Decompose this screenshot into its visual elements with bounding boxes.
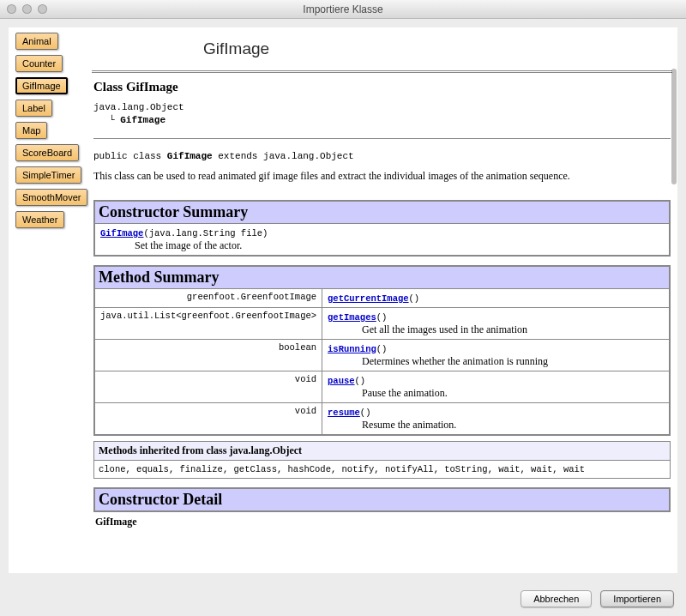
window-titlebar: Importiere Klasse [0,0,686,19]
constructor-summary-table: Constructor Summary GifImage(java.lang.S… [93,200,671,257]
constructor-desc: Set the image of the actor. [135,239,664,252]
class-heading: Class GifImage [93,80,671,101]
method-row: void pause() Pause the animation. [94,371,670,402]
doc-scroll-body[interactable]: Class GifImage java.lang.Object └ GifIma… [92,70,672,571]
class-item-gifimage[interactable]: GifImage [15,77,68,94]
hierarchy-root: java.lang.Object [93,101,671,114]
window-title: Importiere Klasse [303,3,382,15]
inherited-list: clone, equals, finalize, getClass, hashC… [94,460,671,478]
class-item-map[interactable]: Map [15,122,47,139]
method-summary-table: Method Summary greenfoot.GreenfootImage … [93,265,671,436]
method-link-pause[interactable]: pause [328,376,355,386]
class-description: This class can be used to read animated … [93,170,671,183]
class-hierarchy: java.lang.Object └ GifImage [93,101,671,128]
method-desc: Determines whether the animation is runn… [362,355,664,368]
method-row: greenfoot.GreenfootImage getCurrentImage… [94,288,670,307]
method-desc: Get all the images used in the animation [362,323,664,336]
constructor-summary-heading: Constructor Summary [94,201,670,224]
method-summary-heading: Method Summary [94,266,670,289]
class-hierarchy-section: Class GifImage java.lang.Object └ GifIma… [93,73,671,139]
dialog-button-bar: Abbrechen Importieren [0,582,686,616]
window-controls [7,4,47,14]
inherited-heading: Methods inherited from class java.lang.O… [94,441,671,460]
class-declaration: public class GifImage extends java.lang.… [93,151,671,161]
method-row: void resume() Resume the animation. [94,402,670,435]
inherited-methods-table: Methods inherited from class java.lang.O… [93,441,671,479]
method-link-isrunning[interactable]: isRunning [328,344,376,354]
method-link-getimages[interactable]: getImages [328,312,376,323]
class-list-sidebar: Animal Counter GifImage Label Map ScoreB… [9,27,90,573]
class-item-label[interactable]: Label [15,100,52,117]
method-desc: Resume the animation. [362,419,664,432]
main-area: Animal Counter GifImage Label Map ScoreB… [0,19,686,582]
zoom-window-button[interactable] [38,4,47,14]
constructor-detail-name: GifImage [93,512,671,532]
scrollbar-thumb[interactable] [671,69,677,184]
import-button[interactable]: Importieren [600,590,674,607]
minimize-window-button[interactable] [22,4,32,14]
class-item-smoothmover[interactable]: SmoothMover [15,189,87,206]
constructor-link[interactable]: GifImage [100,228,143,239]
class-item-scoreboard[interactable]: ScoreBoard [15,144,79,161]
class-item-weather[interactable]: Weather [15,211,64,228]
close-window-button[interactable] [7,4,16,14]
doc-class-title: GifImage [92,29,672,70]
class-item-counter[interactable]: Counter [15,55,63,72]
method-link-getcurrentimage[interactable]: getCurrentImage [328,293,409,304]
hierarchy-leaf: GifImage [120,115,165,125]
class-item-animal[interactable]: Animal [15,33,58,50]
method-row: java.util.List<greenfoot.GreenfootImage>… [94,307,670,339]
class-declaration-section: public class GifImage extends java.lang.… [93,151,671,183]
tree-branch-icon: └ [109,115,120,125]
method-link-resume[interactable]: resume [328,408,360,418]
documentation-panel: GifImage Class GifImage java.lang.Object… [90,27,677,573]
constructor-row: GifImage(java.lang.String file) Set the … [94,223,670,256]
method-row: boolean isRunning() Determines whether t… [94,339,670,371]
cancel-button[interactable]: Abbrechen [521,590,592,607]
constructor-detail-heading: Constructor Detail [93,487,671,512]
method-desc: Pause the animation. [362,387,664,400]
class-item-simpletimer[interactable]: SimpleTimer [15,166,81,184]
